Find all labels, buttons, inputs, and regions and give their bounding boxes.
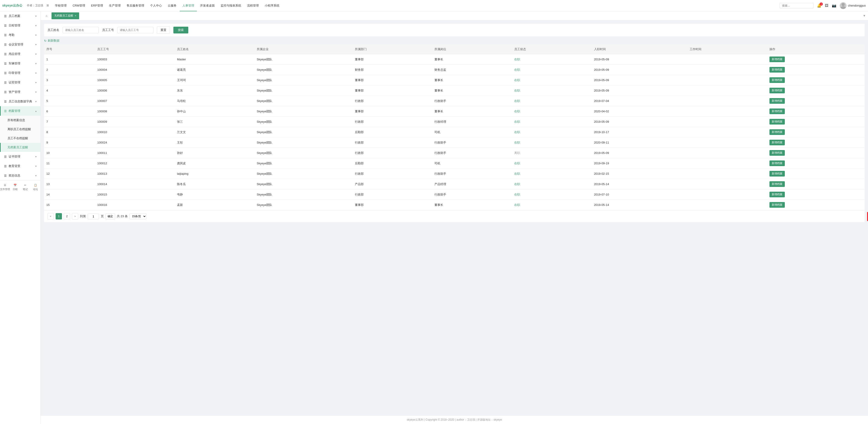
nav-item-flow[interactable]: 流程管理 <box>244 0 261 11</box>
active-tab[interactable]: 无档案员工提醒 ✕ <box>51 12 79 20</box>
nav-item-aftersale[interactable]: 售后服务管理 <box>124 0 147 11</box>
nav-item-school[interactable]: 学校管理 <box>52 0 69 11</box>
sidebar-item-resigned-archive[interactable]: 离职员工在档提醒 <box>0 125 40 134</box>
sidebar-item-schedule[interactable]: ☰日程管理 ▼ <box>0 21 40 30</box>
sidebar-item-education[interactable]: ☰教育背景 ▼ <box>0 161 40 171</box>
sidebar-item-rewards[interactable]: ☰奖惩信息 ▼ <box>0 171 40 180</box>
cell-company: Skyeye团队 <box>254 54 352 65</box>
sidebar-item-supplies[interactable]: ☰用品管理 ▼ <box>0 49 40 59</box>
cell-name: 龚闵皮 <box>175 158 254 169</box>
sidebar-item-attendance[interactable]: ☰考勤 ▼ <box>0 30 40 40</box>
name-input[interactable] <box>63 27 99 33</box>
bottom-notes[interactable]: ✏ 笔记 <box>20 181 31 194</box>
goto-page-input[interactable] <box>88 214 99 219</box>
sidebar-item-license[interactable]: ☰证照管理 ▼ <box>0 78 40 87</box>
add-archive-button[interactable]: 新增档案 <box>770 109 785 114</box>
sidebar-item-cert[interactable]: ☰证书管理 ▼ <box>0 152 40 161</box>
cell-joindate: 2019-05-09 <box>592 85 688 96</box>
arrow-icon: ▼ <box>35 24 37 27</box>
add-archive-button[interactable]: 新增档案 <box>770 160 785 166</box>
cell-status: 在职 <box>512 106 592 117</box>
page-1-button[interactable]: 1 <box>56 213 62 219</box>
add-archive-button[interactable]: 新增档案 <box>770 202 785 208</box>
tab-expand-button[interactable]: ▼ <box>863 14 866 18</box>
message-icon[interactable]: 🖼 <box>825 4 829 8</box>
top-nav-right: 🔔 0 🖼 📷 chendongguo <box>780 2 866 9</box>
add-archive-button[interactable]: 新增档案 <box>770 140 785 145</box>
add-archive-button[interactable]: 新增档案 <box>770 77 785 83</box>
cell-id: 100013 <box>95 169 175 179</box>
nav-item-monitor[interactable]: 监控与报表系统 <box>218 0 244 11</box>
nav-item-production[interactable]: 生产管理 <box>106 0 123 11</box>
nav-item-miniapp[interactable]: 小程序系统 <box>262 0 282 11</box>
bottom-schedule[interactable]: 📅 日程 <box>10 181 20 194</box>
cell-status: 在职 <box>512 65 592 75</box>
notification-bell[interactable]: 🔔 0 <box>817 3 822 8</box>
home-button[interactable]: ⌂ <box>43 12 50 20</box>
col-worktime: 工作时间 <box>687 44 767 54</box>
bottom-file-mgmt[interactable]: ☰ 文件管理 <box>0 181 10 194</box>
cell-seq: 8 <box>44 127 95 138</box>
sidebar-item-archive-mgmt[interactable]: ☰档案管理 ▲ <box>0 106 40 116</box>
top-search-input[interactable] <box>780 3 813 8</box>
sidebar-item-employee-archive[interactable]: ☰员工档案 ▼ <box>0 11 40 21</box>
add-archive-button[interactable]: 新增档案 <box>770 119 785 124</box>
camera-icon[interactable]: 📷 <box>832 3 836 8</box>
col-status: 员工状态 <box>512 44 592 54</box>
sidebar-item-data-dict[interactable]: ☰员工信息数据字典 ▼ <box>0 97 40 106</box>
add-archive-button[interactable]: 新增档案 <box>770 171 785 177</box>
page-2-button[interactable]: 2 <box>64 213 70 219</box>
cell-action: 新增档案 <box>767 158 865 169</box>
cell-status: 在职 <box>512 117 592 127</box>
sidebar-item-no-file-reminder[interactable]: 无档案员工提醒 <box>0 143 40 152</box>
cell-seq: 5 <box>44 96 95 106</box>
search-button[interactable]: 搜索 <box>174 27 188 33</box>
cell-name: 诸葛亮 <box>175 65 254 75</box>
id-input[interactable] <box>117 27 153 33</box>
prev-page-button[interactable]: ‹ <box>48 213 54 219</box>
cell-action: 新增档案 <box>767 96 865 106</box>
sidebar-item-seal[interactable]: ☰印章管理 ▼ <box>0 68 40 78</box>
nav-item-cloud[interactable]: 云服务 <box>165 0 179 11</box>
user-profile[interactable]: chendongguo <box>840 2 866 9</box>
refresh-bar[interactable]: ↻ 刷新数据 <box>44 39 865 43</box>
cell-company: Skyeye团队 <box>254 117 352 127</box>
page-footer: skyeye云系列 | Copyright © 2018~2020 | auth… <box>41 416 868 424</box>
nav-item-crm[interactable]: CRM管理 <box>70 0 88 11</box>
col-seq: 序号 <box>44 44 95 54</box>
add-archive-button[interactable]: 新增档案 <box>770 57 785 62</box>
bottom-forum[interactable]: 📋 论坛 <box>30 181 40 194</box>
table-row: 3 100005 王珂珂 Skyeye团队 董事部 董事长 在职 2019-05… <box>44 75 865 85</box>
cell-action: 新增档案 <box>767 138 865 148</box>
nav-item-personal[interactable]: 个人中心 <box>147 0 164 11</box>
nav-item-hr[interactable]: 人事管理 <box>180 0 197 11</box>
add-archive-button[interactable]: 新增档案 <box>770 98 785 104</box>
sidebar-item-meeting[interactable]: ☰会议室管理 ▼ <box>0 40 40 49</box>
nav-item-dev[interactable]: 开发者桌面 <box>197 0 217 11</box>
sidebar-item-assets[interactable]: ☰资产管理 ▼ <box>0 87 40 97</box>
nav-item-erp[interactable]: ERP管理 <box>88 0 106 11</box>
add-archive-button[interactable]: 新增档案 <box>770 150 785 156</box>
add-archive-button[interactable]: 新增档案 <box>770 181 785 187</box>
add-archive-button[interactable]: 新增档案 <box>770 67 785 72</box>
cell-action: 新增档案 <box>767 75 865 85</box>
close-tab-button[interactable]: ✕ <box>74 14 76 17</box>
cell-worktime <box>687 96 767 106</box>
cell-post: 董事长 <box>432 85 512 96</box>
right-edge-indicator[interactable] <box>867 212 868 221</box>
sidebar-item-all-archive[interactable]: 所有档案信息 <box>0 116 40 125</box>
next-page-button[interactable]: › <box>72 213 78 219</box>
cell-status: 在职 <box>512 127 592 138</box>
reset-button[interactable]: 重置 <box>157 26 170 34</box>
goto-page-confirm-button[interactable]: 确定 <box>105 213 115 219</box>
sidebar-item-no-archive-reminder[interactable]: 员工不在档提醒 <box>0 134 40 143</box>
menu-toggle-button[interactable]: ≡ <box>46 3 49 8</box>
cell-name: 王珂珂 <box>175 75 254 85</box>
page-size-select[interactable]: 15条/页 20条/页 50条/页 <box>129 213 147 219</box>
add-archive-button[interactable]: 新增档案 <box>770 192 785 197</box>
sidebar-item-vehicle[interactable]: ☰车辆管理 ▼ <box>0 59 40 68</box>
total-records-label: 共 23 条 <box>117 214 128 218</box>
add-archive-button[interactable]: 新增档案 <box>770 129 785 135</box>
rewards-icon: ☰ <box>4 174 7 177</box>
add-archive-button[interactable]: 新增档案 <box>770 88 785 93</box>
